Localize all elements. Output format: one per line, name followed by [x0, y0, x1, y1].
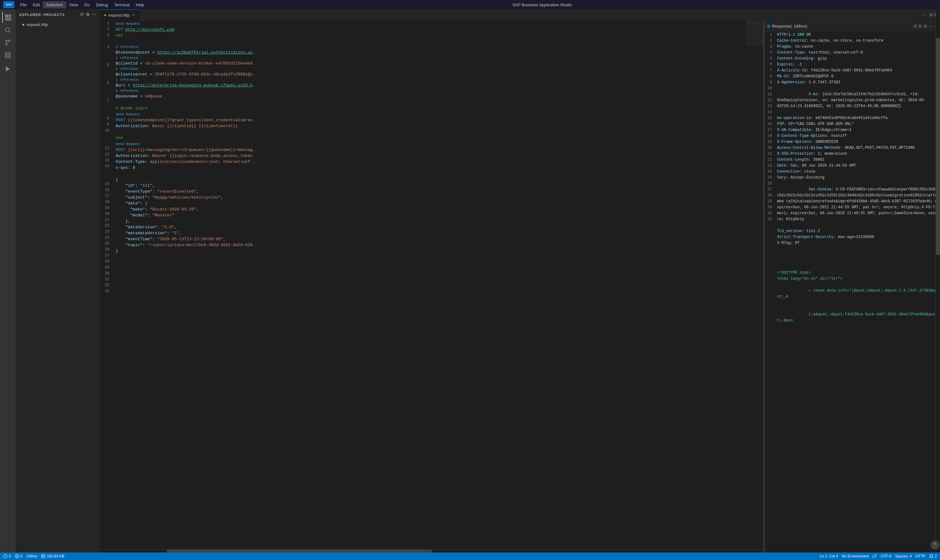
response-line-7: X-Activity-Id: f4d139ce-5acb-4d87-9691-8… — [777, 68, 937, 74]
response-line-27 — [777, 252, 937, 258]
status-warning-count: 0 — [9, 554, 11, 558]
activity-explorer[interactable] — [2, 12, 14, 23]
status-encoding[interactable]: UTF-8 — [881, 554, 891, 558]
svg-line-2 — [9, 31, 10, 32]
response-line-3: Pragma: no-cache — [777, 44, 937, 50]
code-line-29: "metadataVersion": "1", — [116, 230, 763, 236]
sidebar-title: EXPLORER: PROJECTS — [19, 13, 65, 17]
response-line-32b: t;a&quot;:&quot;f4d139ce-5acb-4d87-9691-… — [777, 306, 937, 329]
split-editors: 1 2 3 4 5 6 7 — [100, 21, 940, 552]
menu-edit[interactable]: Edit — [30, 1, 43, 8]
file-tree: ● request.http — [16, 20, 100, 29]
scroll-to-top-button[interactable]: ⌃ — [931, 541, 939, 549]
menu-selection[interactable]: Selection — [43, 1, 66, 8]
menu-view[interactable]: View — [66, 1, 81, 8]
ref-link-1[interactable]: 1 reference — [116, 45, 139, 49]
tab-close-button[interactable]: × — [132, 12, 136, 18]
code-line-6: @clientsecret = 359f1170-cf25-4f68-b53c-… — [116, 71, 763, 77]
code-line-14: ### — [116, 135, 763, 141]
minimap — [746, 21, 763, 46]
status-errors[interactable]: 0 — [15, 554, 23, 558]
send-request-btn-3[interactable]: Send Request — [116, 142, 140, 146]
response-icon-3[interactable]: ⧉ — [924, 23, 927, 29]
menu-go[interactable]: Go — [81, 1, 93, 8]
svg-marker-10 — [6, 66, 10, 72]
code-line-22: "eventType": "recordInserted", — [116, 189, 763, 194]
response-header-icons: ⧉ ⧉ ⧉ ⋯ × — [914, 23, 937, 29]
menu-help[interactable]: Help — [133, 1, 148, 8]
status-warnings[interactable]: 0 — [3, 554, 11, 558]
code-line-28: "dataVersion": "1.0", — [116, 224, 763, 230]
titlebar: SAP File Edit Selection View Go Debug Te… — [0, 0, 940, 9]
response-line-12: P3P: CP="CAO CONi OTR OUR DEM ONL" — [777, 121, 937, 127]
file-item-request-http[interactable]: ● request.http — [16, 21, 100, 28]
response-lines-content: HTTP/1.1 200 OK Cache-Control: no-cache,… — [777, 32, 940, 552]
response-line-31: <html lang="en-us" dir="ltr"> — [777, 276, 937, 282]
tab-more-button[interactable]: ⋯ — [922, 12, 927, 18]
sidebar-refresh-icon[interactable]: ⟳ — [80, 12, 84, 17]
activity-extensions[interactable] — [2, 49, 14, 61]
code-line-19 — [116, 171, 763, 177]
code-content[interactable]: Send Request GET http://microsoft.com ##… — [114, 21, 763, 549]
svg-rect-9 — [8, 56, 10, 58]
line-numbers: 1 2 3 4 5 6 7 — [100, 21, 114, 549]
sidebar-split-icon[interactable]: ⧉ — [86, 12, 89, 17]
response-ms-label: 149ms) — [794, 24, 807, 29]
ref-link-5[interactable]: 1 reference — [116, 89, 139, 93]
activity-search[interactable] — [2, 25, 14, 36]
send-request-btn-2[interactable]: Send Request — [116, 112, 140, 116]
menu-file[interactable]: File — [17, 1, 30, 8]
status-notification-count: 2 — [935, 554, 937, 558]
editor-code-area[interactable]: 1 2 3 4 5 6 7 — [100, 21, 763, 549]
response-icon-2[interactable]: ⧉ — [919, 23, 922, 29]
response-pane: Response(149ms) ⧉ ⧉ ⧉ ⋯ × 1 2 3 4 — [764, 21, 940, 552]
response-line-17: X-XSS-Protection: 1; mode=block — [777, 151, 937, 157]
response-line-28 — [777, 258, 937, 264]
ref-link-2[interactable]: 1 reference — [116, 56, 139, 60]
code-line-17: Content-Type: application/cloudevents+js… — [116, 159, 763, 165]
response-more-icon[interactable]: ⋯ — [929, 24, 933, 29]
menu-debug[interactable]: Debug — [93, 1, 111, 8]
split-editor-icon[interactable]: ⊞ — [929, 12, 933, 17]
response-scrollbar[interactable]: ⌃ — [935, 21, 940, 552]
code-line-7: @uri = https://enterprise-messaging-pubs… — [116, 82, 763, 88]
send-request-btn-1[interactable]: Send Request — [116, 22, 140, 26]
svg-rect-17 — [42, 555, 45, 558]
status-language[interactable]: HTTP — [915, 554, 925, 558]
file-name-label: request.http — [26, 22, 48, 27]
activity-git[interactable] — [2, 37, 14, 48]
response-title-label: Response( — [772, 24, 792, 29]
status-notifications[interactable]: 2 — [929, 554, 937, 558]
code-line-1: GET http://microsoft.com — [116, 27, 763, 32]
status-timing-label: 149ms — [26, 554, 37, 558]
ref-link-3[interactable]: 1 reference — [116, 67, 139, 71]
status-environment[interactable]: No Environment — [842, 554, 869, 558]
response-line-29 — [777, 264, 937, 270]
status-cursor-pos[interactable]: Ln 2, Col 4 — [820, 554, 838, 558]
code-line-24: "data": { — [116, 200, 763, 206]
svg-point-1 — [6, 28, 10, 32]
response-icon-1[interactable]: ⧉ — [914, 23, 917, 29]
response-line-21: Vary: Accept-Encoding — [777, 175, 937, 181]
code-line-20: { — [116, 177, 763, 183]
status-timing[interactable]: 149ms — [26, 554, 37, 558]
status-right-items: Ln 2, Col 4 No Environment LF UTF-8 Spac… — [820, 554, 937, 558]
tab-request-http[interactable]: ● request.http × — [100, 9, 139, 20]
response-line-5: Content-Encoding: gzip — [777, 56, 937, 62]
menu-terminal[interactable]: Terminal — [111, 1, 133, 8]
response-line-15: X-Frame-Options: SAMEORIGIN — [777, 139, 937, 145]
status-filesize[interactable]: 182.84 KB — [41, 554, 64, 558]
code-line-11: POST {{tokenendpoint}}?grant_type=client… — [116, 117, 763, 123]
response-content[interactable]: 1 2 3 4 5 6 7 8 9 10 11 12 13 14 — [764, 32, 940, 552]
response-line-30: <!DOCTYPE html> — [777, 270, 937, 276]
code-line-9 — [116, 99, 763, 105]
activity-run[interactable] — [2, 63, 14, 75]
ref-link-4[interactable]: 1 reference — [116, 78, 139, 82]
sidebar-more-icon[interactable]: ⋯ — [91, 12, 96, 17]
response-line-4: Content-Type: text/html; charset=utf-8 — [777, 50, 937, 56]
status-spaces[interactable]: Spaces: 4 — [895, 554, 912, 558]
editor-scrollbar-h[interactable] — [100, 549, 763, 552]
code-line-3 — [116, 38, 763, 45]
code-line-2: ### — [116, 32, 763, 38]
status-line-ending[interactable]: LF — [873, 554, 877, 558]
